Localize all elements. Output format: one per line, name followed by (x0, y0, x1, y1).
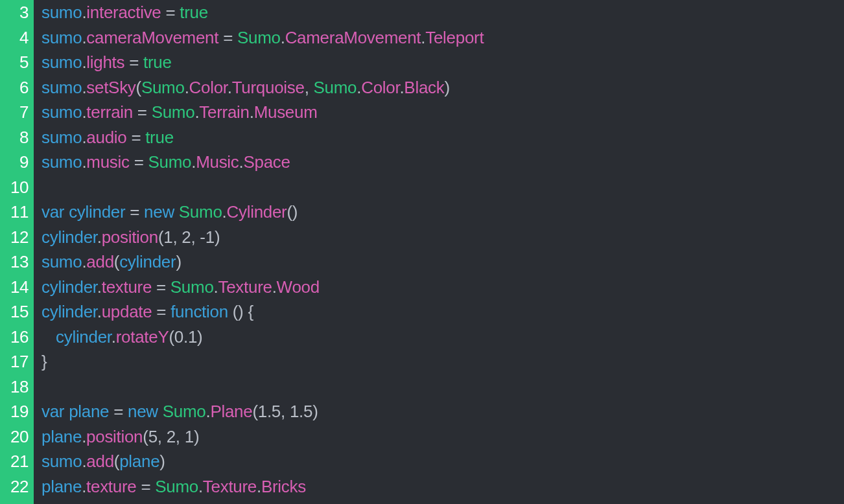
token-prop: Terrain (199, 102, 249, 122)
token-prop: Space (243, 152, 290, 172)
token-punc: ( (114, 252, 119, 271)
code-line[interactable]: cylinder.position(1, 2, -1) (41, 225, 844, 250)
token-op: = (218, 28, 237, 47)
token-kw: new (144, 202, 179, 222)
code-line[interactable] (41, 374, 844, 400)
token-kw: new (128, 402, 163, 421)
token-obj: sumo (41, 128, 82, 147)
token-num: -1 (200, 227, 215, 247)
code-line[interactable]: sumo.lights = true (41, 50, 844, 75)
token-dot: . (257, 477, 261, 496)
token-op: = (126, 128, 145, 147)
line-number: 17 (0, 349, 34, 374)
token-bool: true (145, 128, 174, 147)
token-prop: audio (86, 128, 126, 147)
code-line[interactable]: cylinder.update = function () { (41, 299, 844, 325)
token-dot: . (198, 477, 203, 496)
token-num: 2 (182, 227, 191, 247)
token-dot: . (250, 102, 254, 122)
token-dot: . (97, 277, 102, 297)
token-kw: var (41, 402, 69, 421)
token-op: = (152, 277, 170, 297)
token-kw: var (41, 202, 69, 222)
token-obj: cylinder (41, 302, 97, 321)
token-punc: , (191, 227, 200, 247)
code-area[interactable]: sumo.interactive = truesumo.cameraMoveme… (34, 0, 844, 504)
line-number: 9 (0, 150, 34, 175)
code-editor[interactable]: 345678910111213141516171819202122 sumo.i… (0, 0, 844, 504)
code-line[interactable]: plane.position(5, 2, 1) (41, 424, 844, 450)
token-dot: . (272, 277, 277, 297)
token-bool: true (180, 3, 208, 22)
line-number-gutter: 345678910111213141516171819202122 (0, 0, 34, 504)
token-punc: , (281, 402, 290, 421)
token-obj: sumo (41, 252, 82, 271)
token-obj: cylinder (41, 277, 97, 297)
code-line[interactable]: sumo.add(plane) (41, 449, 844, 474)
token-punc: , (158, 427, 167, 446)
code-line[interactable] (41, 175, 844, 200)
token-prop: terrain (86, 102, 133, 122)
token-prop: Texture (218, 277, 272, 297)
token-class: Sumo (237, 28, 281, 47)
token-dot: . (228, 78, 232, 97)
token-punc: } (41, 352, 47, 371)
token-op: = (125, 202, 144, 222)
token-prop: Color (361, 78, 399, 97)
token-obj: cylinder (41, 227, 97, 247)
token-punc: , (305, 78, 314, 97)
code-line[interactable]: sumo.interactive = true (41, 0, 844, 25)
token-prop: position (102, 227, 158, 247)
token-obj: cylinder (69, 202, 125, 222)
line-number: 12 (0, 225, 34, 250)
token-prop: Cylinder (227, 202, 287, 222)
line-number: 21 (0, 449, 34, 474)
token-kw: function (170, 302, 233, 321)
code-line[interactable]: var plane = new Sumo.Plane(1.5, 1.5) (41, 399, 844, 424)
token-dot: . (281, 28, 285, 47)
line-number: 3 (0, 0, 34, 25)
token-obj: sumo (41, 52, 82, 72)
token-class: Sumo (170, 277, 214, 297)
token-obj: plane (41, 477, 82, 496)
code-line[interactable]: plane.texture = Sumo.Texture.Bricks (41, 474, 844, 499)
code-line[interactable]: sumo.music = Sumo.Music.Space (41, 150, 844, 175)
token-op: = (161, 3, 180, 22)
code-line[interactable]: } (41, 349, 844, 374)
code-line[interactable]: sumo.cameraMovement = Sumo.CameraMovemen… (41, 25, 844, 51)
token-class: Sumo (314, 78, 357, 97)
token-prop: Color (189, 78, 228, 97)
token-prop: Texture (203, 477, 257, 496)
token-prop: Turquoise (232, 78, 305, 97)
code-line[interactable]: sumo.audio = true (41, 125, 844, 150)
token-num: 1.5 (258, 402, 281, 421)
token-prop: lights (86, 52, 124, 72)
token-punc: ) (159, 452, 165, 471)
token-punc: ( (169, 327, 174, 347)
code-line[interactable]: sumo.add(cylinder) (41, 249, 844, 275)
token-num: 1.5 (290, 402, 312, 421)
line-number: 8 (0, 125, 34, 150)
token-prop: interactive (86, 3, 161, 22)
code-line[interactable]: cylinder.texture = Sumo.Texture.Wood (41, 275, 844, 300)
token-prop: texture (86, 477, 136, 496)
token-op: = (109, 402, 128, 421)
token-prop: texture (102, 277, 152, 297)
token-punc: ( (143, 427, 148, 446)
token-obj: sumo (41, 3, 82, 22)
line-number: 4 (0, 25, 34, 51)
token-obj: sumo (41, 78, 82, 97)
line-number: 5 (0, 50, 34, 75)
token-op: = (152, 302, 170, 321)
token-obj: sumo (41, 28, 82, 47)
code-line[interactable]: sumo.setSky(Sumo.Color.Turquoise, Sumo.C… (41, 75, 844, 100)
token-class: Sumo (148, 152, 191, 172)
token-prop: add (86, 452, 113, 471)
code-line[interactable]: sumo.terrain = Sumo.Terrain.Museum (41, 100, 844, 125)
token-obj: sumo (41, 452, 82, 471)
code-line[interactable]: var cylinder = new Sumo.Cylinder() (41, 200, 844, 225)
token-num: 1 (185, 427, 194, 446)
token-num: 0.1 (174, 327, 197, 347)
token-prop: Plane (210, 402, 252, 421)
code-line[interactable]: cylinder.rotateY(0.1) (41, 325, 844, 350)
